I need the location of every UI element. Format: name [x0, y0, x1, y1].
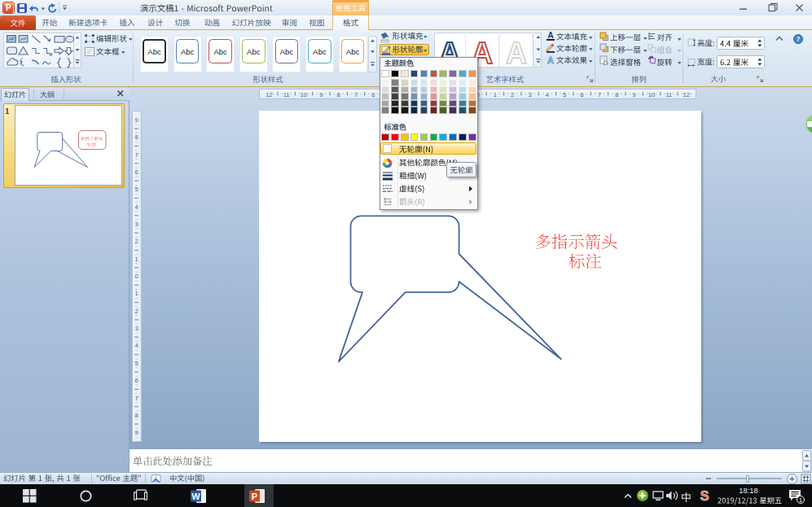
svg-text:5: 5 [134, 186, 138, 193]
svg-text:W: W [191, 492, 200, 501]
svg-text:9: 9 [134, 116, 138, 124]
svg-text:5: 5 [134, 360, 138, 367]
svg-text:0: 0 [134, 273, 138, 280]
svg-text:8: 8 [134, 133, 138, 141]
svg-text:4: 4 [134, 342, 138, 349]
svg-text:7: 7 [134, 151, 138, 159]
svg-text:6: 6 [134, 168, 138, 176]
svg-text:7: 7 [134, 395, 138, 402]
svg-text:6: 6 [134, 377, 138, 384]
svg-text:2: 2 [134, 238, 138, 245]
svg-text:1: 1 [134, 256, 138, 263]
svg-text:8: 8 [134, 412, 138, 419]
svg-text:1: 1 [799, 496, 803, 504]
svg-text:2: 2 [134, 308, 138, 315]
svg-text:9: 9 [134, 429, 138, 436]
svg-text:3: 3 [134, 325, 138, 332]
svg-text:3: 3 [134, 221, 138, 228]
svg-text:1: 1 [134, 290, 138, 297]
svg-text:4: 4 [134, 203, 138, 211]
svg-text:P: P [252, 492, 257, 501]
